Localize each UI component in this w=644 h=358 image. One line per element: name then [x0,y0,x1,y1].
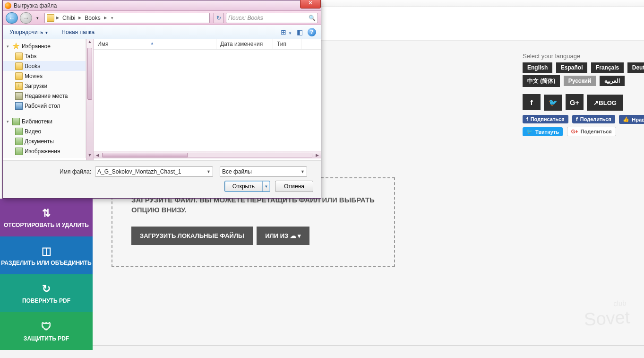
view-mode-button[interactable]: ⊞ ▼ [281,28,292,36]
dialog-close-button[interactable]: ✕ [300,0,321,9]
language-row-1: English Español Français Deutsch [523,62,644,75]
lang-deutsch[interactable]: Deutsch [627,62,644,73]
desktop-icon [15,102,23,110]
address-bar[interactable]: ▶ Chibi ▶ Books ▶ ▾ [44,13,210,23]
chevron-right-icon: ▶ [77,16,82,20]
rotate-icon: ↻ [42,283,51,295]
tree-images[interactable]: Изображения [3,146,86,156]
browser-tab-strip [321,0,644,7]
tree-recent[interactable]: Недавние места [3,91,86,101]
library-icon [15,138,23,145]
help-button[interactable]: ? [308,28,316,36]
googleplus-icon[interactable]: G+ [566,94,584,110]
tree-scrollbar[interactable]: ▲ ▼ [86,39,94,160]
new-folder-button[interactable]: Новая папка [60,27,96,37]
watermark: club Sovet [584,305,630,330]
lang-russian[interactable]: Русский [564,76,596,86]
sidebar-item-protect[interactable]: 🛡 ЗАЩИТИТЬ PDF [0,312,93,350]
library-icon [15,128,23,135]
split-icon: ◫ [42,245,52,257]
collapse-icon[interactable]: ▾ [7,119,12,124]
blog-button[interactable]: ↗ BLOG [587,95,623,111]
filename-label: Имя файла: [3,168,95,175]
address-dropdown[interactable]: ▾ [108,16,116,20]
tree-documents[interactable]: Документы [3,136,86,146]
sidebar-label: ОТСОРТИРОВАТЬ И УДАЛИТЬ [4,222,89,228]
lang-espanol[interactable]: Español [556,62,588,73]
tweet-button[interactable]: 🐦Твитнуть [523,127,563,136]
breadcrumb-chibi[interactable]: Chibi [60,15,77,21]
tree-video[interactable]: Видео [3,126,86,136]
lang-arabic[interactable]: العربية [600,76,625,86]
scroll-left-icon[interactable]: ◀ [94,153,101,157]
tree-desktop[interactable]: Рабочий стол [3,101,86,111]
search-input[interactable]: Поиск: Books 🔍 [226,13,318,23]
fb-subscribe-button[interactable]: fПодписаться [523,115,568,123]
sidebar-item-sort-delete[interactable]: ⇅ ОТСОРТИРОВАТЬ И УДАЛИТЬ [0,199,93,236]
scroll-down-icon[interactable]: ▼ [86,153,93,160]
gplus-share-button[interactable]: G+Поделиться [567,127,616,136]
dialog-titlebar[interactable]: Выгрузка файла ✕ [3,0,321,11]
tree-books[interactable]: Books [3,61,86,71]
nav-history-dropdown[interactable]: ▾ [34,12,41,24]
shield-icon: 🛡 [41,321,52,333]
chevron-down-icon[interactable]: ▼ [299,169,305,174]
language-label: Select your language [523,52,644,60]
fb-share-button[interactable]: fПоделиться [572,115,615,123]
refresh-button[interactable]: ↻ [214,13,224,23]
breadcrumb-books[interactable]: Books [82,15,103,21]
open-split-dropdown[interactable]: ▼ [262,181,270,192]
dialog-title: Выгрузка файла [14,2,57,9]
scroll-thumb[interactable] [87,48,92,100]
recent-icon [15,92,23,100]
nav-forward-button[interactable]: → [20,12,32,24]
chevron-right-icon: ▶ [103,16,108,20]
nav-back-button[interactable]: ← [6,12,18,24]
sidebar-item-rotate[interactable]: ↻ ПОВЕРНУТЬ PDF [0,274,93,312]
footer-bar [0,345,644,358]
lang-english[interactable]: English [523,62,552,73]
cancel-button[interactable]: Отмена [275,181,313,192]
search-placeholder: Поиск: Books [228,15,263,21]
language-row-2: 中文 (简体) Русский العربية [523,75,644,89]
file-type-filter[interactable]: Все файлы ▼ [220,166,307,177]
sidebar-label: ЗАЩИТИТЬ PDF [24,335,69,342]
sidebar-label: РАЗДЕЛИТЬ ИЛИ ОБЪЕДИНИТЬ [1,260,91,266]
social-squares: f 🐦 G+ ↗ BLOG [523,94,644,111]
social-pills: fПодписаться fПоделиться 👍Нравится 🐦Твит… [523,114,644,139]
collapse-icon[interactable]: ▾ [7,44,12,49]
facebook-icon[interactable]: f [523,94,541,110]
chevron-down-icon[interactable]: ▼ [205,169,211,174]
col-type[interactable]: Тип [273,39,301,49]
folder-icon [15,62,23,70]
h-scroll-thumb[interactable] [103,153,188,157]
library-icon [12,118,20,125]
twitter-icon[interactable]: 🐦 [544,95,562,111]
scroll-up-icon[interactable]: ▲ [86,39,93,47]
lang-francais[interactable]: Français [591,62,624,73]
sidebar-item-split-merge[interactable]: ◫ РАЗДЕЛИТЬ ИЛИ ОБЪЕДИНИТЬ [0,236,93,274]
tree-tabs[interactable]: Tabs [3,51,86,61]
firefox-icon [5,2,11,9]
tree-movies[interactable]: Movies [3,71,86,81]
tree-favorites[interactable]: ▾ Избранное [3,41,86,51]
organize-menu[interactable]: Упорядочить▼ [8,27,50,37]
lang-chinese[interactable]: 中文 (简体) [523,75,560,87]
fb-like-button[interactable]: 👍Нравится [619,115,644,124]
list-h-scrollbar[interactable]: ◀ ▶ [94,151,321,158]
star-icon [12,43,20,50]
filename-field[interactable]: A_G_Sokolov_Montazh_Chast_1 ▼ [95,166,213,177]
col-date[interactable]: Дата изменения [216,39,273,49]
file-list: Имя ▲ Дата изменения Тип ◀ ▶ [94,39,321,160]
col-name[interactable]: Имя ▲ [94,39,216,49]
open-button[interactable]: Открыть ▼ [224,181,270,192]
upload-local-button[interactable]: ЗАГРУЗИТЬ ЛОКАЛЬНЫЕ ФАЙЛЫ [131,227,253,245]
list-body-empty[interactable] [94,50,321,151]
upload-cloud-button[interactable]: ИЛИ ИЗ ☁ ▾ [257,227,309,245]
search-icon: 🔍 [309,15,316,21]
scroll-right-icon[interactable]: ▶ [313,153,321,157]
tree-downloads[interactable]: Загрузки [3,81,86,91]
library-icon [15,148,23,155]
tree-libraries[interactable]: ▾ Библиотеки [3,116,86,126]
preview-pane-button[interactable]: ◧ [297,28,303,36]
